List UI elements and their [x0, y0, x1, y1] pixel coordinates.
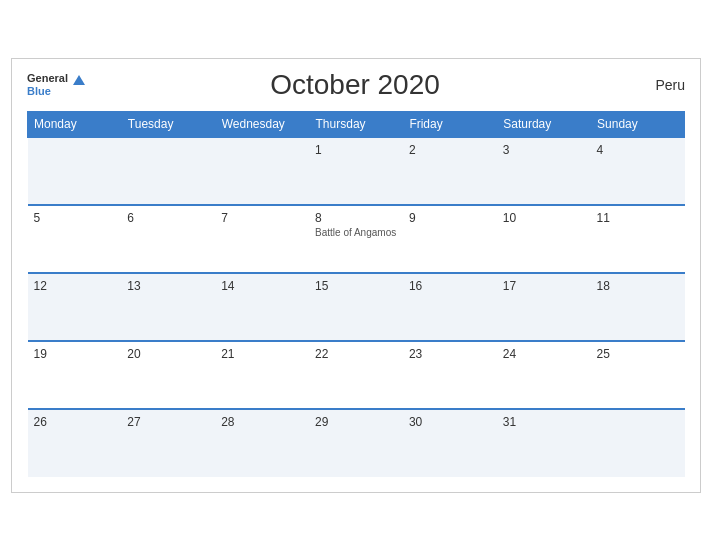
day-number: 4: [597, 143, 679, 157]
calendar-cell: 30: [403, 409, 497, 477]
calendar-cell: 26: [28, 409, 122, 477]
logo: General Blue: [27, 72, 85, 96]
logo-triangle-icon: [73, 75, 85, 85]
calendar-cell: 2: [403, 137, 497, 205]
week-row-3: 19202122232425: [28, 341, 685, 409]
logo-general-text: General: [27, 72, 68, 84]
logo-blue-text: Blue: [27, 85, 51, 97]
day-number: 27: [127, 415, 209, 429]
calendar-cell: 24: [497, 341, 591, 409]
calendar-cell: 29: [309, 409, 403, 477]
calendar-thead: Monday Tuesday Wednesday Thursday Friday…: [28, 111, 685, 137]
calendar-cell: 12: [28, 273, 122, 341]
day-number: 30: [409, 415, 491, 429]
day-number: 8: [315, 211, 397, 225]
day-number: 16: [409, 279, 491, 293]
calendar-cell: [28, 137, 122, 205]
calendar-cell: 28: [215, 409, 309, 477]
day-number: 18: [597, 279, 679, 293]
day-number: 14: [221, 279, 303, 293]
calendar-cell: 19: [28, 341, 122, 409]
calendar-header: General Blue October 2020 Peru: [27, 69, 685, 101]
day-number: 17: [503, 279, 585, 293]
week-row-1: 5678Battle of Angamos91011: [28, 205, 685, 273]
day-number: 13: [127, 279, 209, 293]
calendar-cell: 4: [591, 137, 685, 205]
calendar-cell: 22: [309, 341, 403, 409]
day-number: 12: [34, 279, 116, 293]
calendar-title: October 2020: [85, 69, 625, 101]
day-number: 6: [127, 211, 209, 225]
day-number: 23: [409, 347, 491, 361]
day-number: 15: [315, 279, 397, 293]
calendar-cell: 13: [121, 273, 215, 341]
calendar-cell: 21: [215, 341, 309, 409]
header-sunday: Sunday: [591, 111, 685, 137]
calendar-cell: [121, 137, 215, 205]
day-number: 29: [315, 415, 397, 429]
calendar-cell: 9: [403, 205, 497, 273]
week-row-2: 12131415161718: [28, 273, 685, 341]
day-number: 21: [221, 347, 303, 361]
day-number: 7: [221, 211, 303, 225]
calendar-cell: 14: [215, 273, 309, 341]
calendar-cell: 5: [28, 205, 122, 273]
week-row-0: 1234: [28, 137, 685, 205]
day-number: 1: [315, 143, 397, 157]
calendar-cell: 1: [309, 137, 403, 205]
calendar-cell: 10: [497, 205, 591, 273]
calendar-cell: 23: [403, 341, 497, 409]
day-number: 24: [503, 347, 585, 361]
day-number: 20: [127, 347, 209, 361]
calendar-cell: 17: [497, 273, 591, 341]
day-number: 26: [34, 415, 116, 429]
calendar-cell: 7: [215, 205, 309, 273]
calendar-cell: 31: [497, 409, 591, 477]
day-number: 5: [34, 211, 116, 225]
days-header-row: Monday Tuesday Wednesday Thursday Friday…: [28, 111, 685, 137]
calendar-cell: 3: [497, 137, 591, 205]
header-saturday: Saturday: [497, 111, 591, 137]
header-monday: Monday: [28, 111, 122, 137]
country-label: Peru: [625, 77, 685, 93]
calendar-cell: 8Battle of Angamos: [309, 205, 403, 273]
header-thursday: Thursday: [309, 111, 403, 137]
calendar-cell: 27: [121, 409, 215, 477]
header-tuesday: Tuesday: [121, 111, 215, 137]
calendar-cell: [215, 137, 309, 205]
day-number: 19: [34, 347, 116, 361]
calendar-cell: 15: [309, 273, 403, 341]
calendar-body: 12345678Battle of Angamos910111213141516…: [28, 137, 685, 477]
calendar-cell: [591, 409, 685, 477]
day-number: 3: [503, 143, 585, 157]
day-number: 25: [597, 347, 679, 361]
calendar-cell: 18: [591, 273, 685, 341]
calendar-cell: 20: [121, 341, 215, 409]
day-number: 2: [409, 143, 491, 157]
header-friday: Friday: [403, 111, 497, 137]
day-number: 31: [503, 415, 585, 429]
week-row-4: 262728293031: [28, 409, 685, 477]
calendar-cell: 16: [403, 273, 497, 341]
calendar-cell: 25: [591, 341, 685, 409]
day-number: 9: [409, 211, 491, 225]
calendar-table: Monday Tuesday Wednesday Thursday Friday…: [27, 111, 685, 477]
day-number: 22: [315, 347, 397, 361]
event-label: Battle of Angamos: [315, 227, 397, 238]
calendar-container: General Blue October 2020 Peru Monday Tu…: [11, 58, 701, 493]
day-number: 10: [503, 211, 585, 225]
day-number: 28: [221, 415, 303, 429]
calendar-cell: 11: [591, 205, 685, 273]
day-number: 11: [597, 211, 679, 225]
calendar-cell: 6: [121, 205, 215, 273]
header-wednesday: Wednesday: [215, 111, 309, 137]
